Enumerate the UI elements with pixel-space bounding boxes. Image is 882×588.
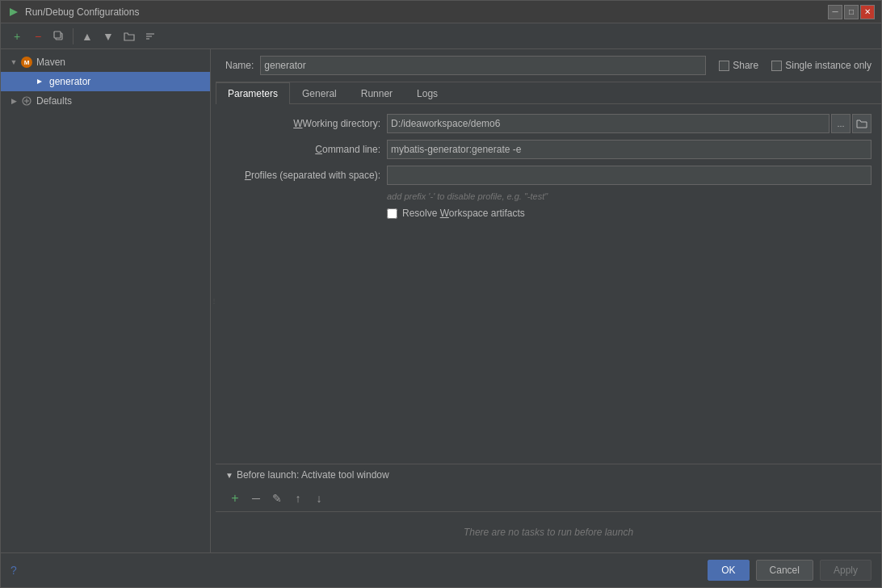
ok-button[interactable]: OK [708,560,749,581]
configuration-detail-panel: Name: Share Single instance only Param [216,49,881,552]
resolve-artifacts-row: Resolve Workspace artifacts [387,208,872,219]
single-instance-checkbox[interactable] [771,61,782,71]
before-launch-empty-message: There are no tasks to run before launch [216,512,881,552]
profiles-row: Profiles (separated with space): [225,166,872,185]
tree-item-maven[interactable]: ▼ M Maven [1,52,210,72]
before-launch-up-button[interactable]: ↑ [288,489,308,508]
share-checkbox-wrapper: Share [719,60,758,71]
tree-label-generator: generator [49,76,90,87]
maven-icon: M [20,56,33,69]
tab-logs[interactable]: Logs [405,82,450,104]
resolve-artifacts-label: Resolve Workspace artifacts [402,208,525,219]
working-dir-input-group: ... [387,114,872,133]
tree-label-defaults: Defaults [36,95,72,107]
working-dir-row: WWorking directory: ... [225,114,872,133]
tab-parameters[interactable]: Parameters [216,82,290,104]
maximize-button[interactable]: □ [844,5,859,19]
copy-configuration-button[interactable] [49,27,69,46]
command-line-input[interactable] [387,140,872,159]
before-launch-edit-button[interactable]: ✎ [267,489,287,508]
main-content: ▼ M Maven generator [1,49,881,552]
before-launch-title: Before launch: Activate tool window [237,469,389,481]
move-down-button[interactable]: ▼ [99,27,118,46]
close-button[interactable]: ✕ [860,5,875,19]
tab-runner[interactable]: Runner [349,82,405,104]
window-controls: ─ □ ✕ [828,5,875,19]
sort-button[interactable] [141,27,160,46]
add-configuration-button[interactable]: + [7,27,27,46]
minimize-button[interactable]: ─ [828,5,842,19]
configurations-tree: ▼ M Maven generator [1,49,211,552]
move-up-button[interactable]: ▲ [78,27,97,46]
tabs-row: Parameters General Runner Logs [216,82,881,104]
tab-content-parameters: WWorking directory: ... [216,104,881,464]
dialog-footer: ? OK Cancel Apply [1,552,881,587]
tree-leaf-spacer [20,75,33,88]
single-instance-checkbox-wrapper: Single instance only [771,60,872,71]
share-area: Share Single instance only [719,60,872,71]
working-dir-label: WWorking directory: [225,118,387,129]
svg-marker-0 [10,8,18,16]
share-label: Share [733,60,758,71]
command-line-row: Command line: [225,140,872,159]
before-launch-remove-button[interactable]: ─ [246,489,266,508]
title-bar: Run/Debug Configurations ─ □ ✕ [1,1,881,23]
profiles-input[interactable] [387,166,872,185]
cancel-button[interactable]: Cancel [756,560,813,581]
dialog-title: Run/Debug Configurations [25,6,828,18]
before-launch-section: ▼ Before launch: Activate tool window + … [216,464,881,552]
dialog-icon [7,6,20,19]
name-row: Name: Share Single instance only [216,49,881,82]
before-launch-header[interactable]: ▼ Before launch: Activate tool window [216,464,881,485]
collapse-arrow-icon: ▼ [225,471,233,480]
generator-icon [33,75,46,88]
before-launch-down-button[interactable]: ↓ [309,489,329,508]
run-debug-dialog: Run/Debug Configurations ─ □ ✕ + − ▲ ▼ [0,0,882,588]
folder-button[interactable] [120,27,139,46]
share-checkbox[interactable] [719,61,729,71]
help-button[interactable]: ? [10,564,17,577]
svg-marker-6 [37,79,42,84]
expand-arrow-defaults: ▶ [7,94,20,107]
expand-arrow-maven: ▼ [7,56,20,69]
single-instance-label: Single instance only [785,60,872,71]
configurations-toolbar: + − ▲ ▼ [1,23,881,49]
apply-button[interactable]: Apply [820,560,872,581]
separator-1 [73,28,74,44]
defaults-icon [20,94,33,107]
folder-picker-button[interactable] [852,114,872,133]
tab-general[interactable]: General [290,82,349,104]
tree-item-defaults[interactable]: ▶ Defaults [1,91,210,111]
before-launch-toolbar: + ─ ✎ ↑ ↓ [216,485,881,512]
command-line-label: Command line: [225,144,387,155]
profiles-hint: add prefix '-' to disable profile, e.g. … [387,191,872,201]
tree-label-maven: Maven [36,57,65,68]
profiles-label: Profiles (separated with space): [225,170,387,181]
remove-configuration-button[interactable]: − [28,27,48,46]
name-input[interactable] [260,56,706,75]
working-dir-input[interactable] [387,114,830,133]
svg-rect-2 [54,32,61,38]
name-label: Name: [225,60,254,71]
resolve-artifacts-checkbox[interactable] [387,208,397,219]
browse-button[interactable]: ... [831,114,850,133]
before-launch-add-button[interactable]: + [225,489,245,508]
tree-item-generator[interactable]: generator [1,72,210,91]
